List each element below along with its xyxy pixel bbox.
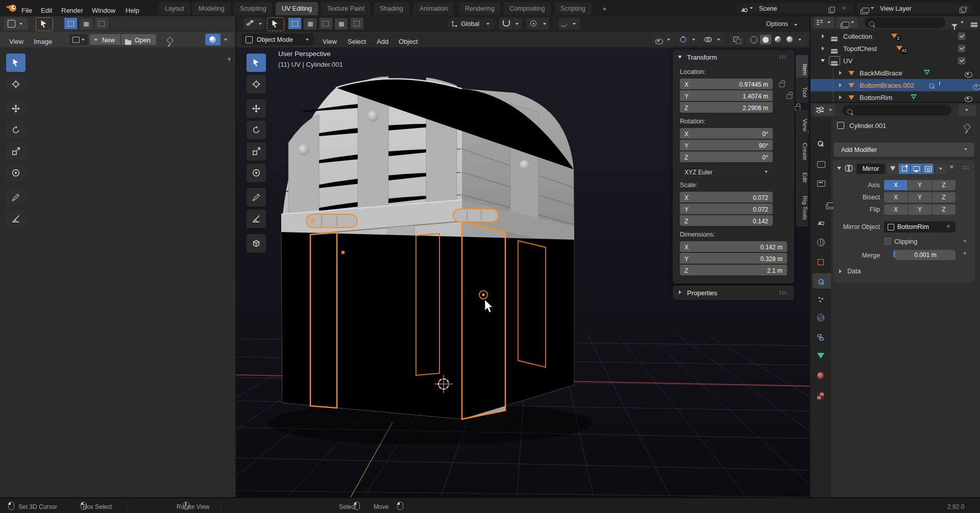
vp-menu-select[interactable]: Select <box>345 36 369 47</box>
mirror-object-field[interactable]: BottomRim × <box>884 221 955 233</box>
vp-extra-snap-cluster[interactable] <box>558 18 580 30</box>
flip-x-button[interactable]: X <box>884 204 908 215</box>
outliner-display-mode-button[interactable] <box>837 17 857 28</box>
scene-selector[interactable]: Scene × <box>737 3 853 14</box>
uv-tool-annotate[interactable] <box>6 188 26 207</box>
view-layer-name[interactable]: View Layer <box>880 5 912 12</box>
outliner-row-backmidbrace[interactable]: BackMidBrace <box>811 67 980 79</box>
transform-grip[interactable] <box>779 55 787 59</box>
npanel-tab-tool[interactable]: Tool <box>796 78 808 103</box>
vp-select-mode-invert[interactable] <box>335 18 348 30</box>
location-y-field[interactable]: Y1.4074 m <box>680 90 773 101</box>
vp-tool-move[interactable] <box>247 99 266 118</box>
uv-select-mode-set[interactable] <box>64 18 77 29</box>
uv-tool-cursor[interactable] <box>6 75 26 93</box>
modifier-name-field[interactable]: Mirror <box>856 164 885 174</box>
clear-object-icon[interactable]: × <box>946 222 950 230</box>
uv-display-channels-button[interactable] <box>205 34 220 45</box>
vp-proportional-falloff[interactable] <box>541 18 549 30</box>
tab-uv-editing[interactable]: UV Editing <box>276 2 318 15</box>
outliner-filter-button[interactable] <box>949 17 968 28</box>
modifier-render-toggle[interactable] <box>922 164 934 174</box>
vp-tool-cursor[interactable] <box>247 75 266 93</box>
menu-render[interactable]: Render <box>58 5 86 16</box>
tab-scripting[interactable]: Scripting <box>554 2 592 15</box>
vp-tool-rotate[interactable] <box>247 121 266 139</box>
blender-logo-icon[interactable] <box>5 3 17 15</box>
bisect-z-button[interactable]: Z <box>932 192 955 202</box>
splitter-outliner-properties[interactable] <box>811 102 980 103</box>
view-layer-dropdown-icon[interactable] <box>871 7 874 9</box>
uv-tool-move[interactable] <box>6 99 26 118</box>
uv-select-mode-subtract[interactable] <box>95 18 108 29</box>
scene-close-icon[interactable]: × <box>842 4 846 12</box>
rotation-z-field[interactable]: Z0° <box>680 151 773 162</box>
vp-proportional-edit-button[interactable] <box>527 18 540 30</box>
vp-orientation-dropdown[interactable]: Global <box>447 18 495 30</box>
tab-render-icon[interactable] <box>817 161 825 168</box>
transform-collapse-icon[interactable] <box>678 56 682 59</box>
properties-collapse-icon[interactable] <box>679 290 681 294</box>
dimensions-y-field[interactable]: Y0.328 m <box>680 253 787 264</box>
uv-menu-view[interactable]: View <box>6 36 27 47</box>
expand-icon[interactable] <box>839 83 842 87</box>
tab-texture-icon[interactable] <box>817 393 824 399</box>
tab-shading[interactable]: Shading <box>374 2 409 15</box>
vp-tool-measure[interactable] <box>247 210 266 228</box>
modifier-cage-toggle[interactable] <box>899 164 910 174</box>
npanel-tab-item[interactable]: Item <box>796 55 808 80</box>
scale-x-field[interactable]: X0.072 <box>680 192 773 202</box>
properties-options-button[interactable] <box>959 105 976 116</box>
vp-tool-tweak[interactable] <box>247 54 266 72</box>
merge-decorator[interactable] <box>964 252 966 254</box>
expand-icon[interactable] <box>839 95 842 99</box>
tab-view-layer-icon[interactable] <box>826 204 833 209</box>
modifier-extras-dropdown[interactable] <box>936 164 947 174</box>
outliner-row-collection[interactable]: Collection 2 <box>811 30 980 42</box>
vp-select-mode-intersect[interactable] <box>351 18 363 29</box>
dimensions-x-field[interactable]: X0.142 m <box>680 241 787 252</box>
tab-data-icon[interactable] <box>817 353 824 358</box>
rotation-x-field[interactable]: X0° <box>680 128 773 139</box>
collection-checkbox[interactable] <box>958 33 965 40</box>
clipping-checkbox[interactable] <box>884 238 891 245</box>
tab-particles-icon[interactable] <box>818 296 824 305</box>
flip-z-button[interactable]: Z <box>932 204 955 215</box>
splitter-uv-viewport[interactable] <box>235 16 236 497</box>
uv-image-browse-button[interactable] <box>69 34 88 45</box>
tab-modeling[interactable]: Modeling <box>192 2 231 15</box>
tab-rendering[interactable]: Rendering <box>459 2 501 15</box>
vp-tool-scale[interactable] <box>247 142 266 161</box>
collection-checkbox[interactable] <box>958 45 965 52</box>
flip-y-button[interactable]: Y <box>908 204 932 215</box>
npanel-properties[interactable]: Properties <box>673 286 794 300</box>
vp-gizmos-dropdown[interactable] <box>677 34 699 45</box>
npanel-tab-edit[interactable]: Edit <box>796 163 808 188</box>
bisect-y-button[interactable]: Y <box>908 192 932 202</box>
uv-tool-transform[interactable] <box>6 164 26 182</box>
vp-menu-object[interactable]: Object <box>396 36 421 47</box>
splitter-viewport-right[interactable] <box>810 16 811 497</box>
vp-tool-transform[interactable] <box>247 164 266 182</box>
location-y-lock-icon[interactable] <box>787 94 792 99</box>
expand-icon[interactable] <box>822 46 824 50</box>
data-expand-icon[interactable] <box>839 269 842 273</box>
npanel-tab-rig-tools[interactable]: Rig Tools <box>796 186 808 226</box>
outliner-editor-type-button[interactable] <box>814 17 834 28</box>
properties-search-field[interactable] <box>842 105 951 116</box>
clipping-decorator[interactable] <box>964 240 966 242</box>
vp-menu-add[interactable]: Add <box>374 36 391 47</box>
shading-dropdown-icon[interactable] <box>798 39 801 41</box>
visibility-eye-icon[interactable] <box>973 84 980 90</box>
npanel-tab-create[interactable]: Create <box>796 134 808 165</box>
modifier-delete-icon[interactable]: × <box>949 162 954 171</box>
axis-z-button[interactable]: Z <box>932 180 955 190</box>
tab-output-icon[interactable] <box>817 181 825 187</box>
tab-modifiers-active[interactable] <box>813 273 831 289</box>
uv-pin-icon[interactable] <box>166 37 174 44</box>
menu-help[interactable]: Help <box>122 5 142 16</box>
uv-menu-image[interactable]: Image <box>31 36 55 47</box>
uv-open-image-button[interactable]: Open <box>121 34 156 45</box>
visibility-eye-icon[interactable] <box>965 96 972 102</box>
vp-menu-view[interactable]: View <box>320 36 340 47</box>
